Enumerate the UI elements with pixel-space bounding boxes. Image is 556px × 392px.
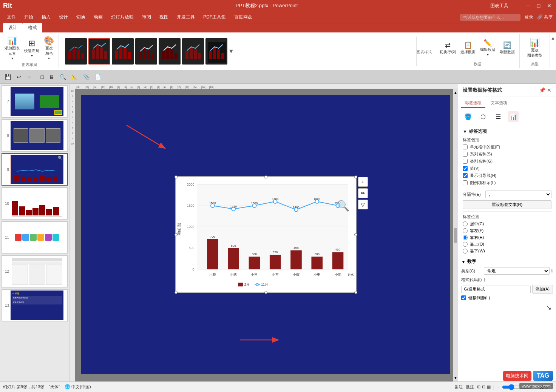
checkbox-legend-key[interactable] (463, 180, 468, 185)
chart-container[interactable]: + ✏ ▽ 2000 (175, 176, 357, 293)
menu-pdf[interactable]: PDF工具集 (199, 12, 230, 22)
radio-right[interactable] (463, 235, 468, 240)
view-normal-button[interactable]: ⊞ (477, 384, 480, 389)
comments-button[interactable]: 批注 (466, 384, 474, 390)
checkbox-cell-value[interactable] (463, 145, 468, 149)
save-button[interactable]: 💾 (3, 73, 13, 81)
share-button[interactable]: 🔗 共享 (537, 14, 553, 20)
handle-bottom-right[interactable] (354, 291, 357, 294)
menu-file[interactable]: 文件 (3, 12, 20, 22)
format-code-input[interactable] (461, 286, 531, 293)
chart-style-4[interactable] (135, 38, 157, 65)
close-button[interactable]: ✕ (545, 3, 553, 9)
checkbox-category-name[interactable] (463, 159, 468, 164)
menu-review[interactable]: 审阅 (138, 12, 155, 22)
scroll-down-arrow[interactable]: ▼ (227, 47, 235, 55)
slide-thumb-13[interactable]: 13 ✦ 标题 文本内容文本内容 更多文字内容 (2, 289, 68, 321)
maximize-button[interactable]: □ (535, 3, 542, 9)
menu-animations[interactable]: 动画 (90, 12, 107, 22)
menu-view[interactable]: 视图 (156, 12, 172, 22)
view-fit-button[interactable]: ⊡ (482, 384, 485, 389)
edit-data-button[interactable]: ✏️ 编辑数据▾ (479, 38, 497, 58)
minimize-button[interactable]: ─ (524, 3, 532, 9)
zoom-out-button[interactable]: － (496, 384, 500, 390)
switch-row-col-button[interactable]: ⇄ 切换行/列 (438, 41, 457, 56)
handle-middle-right[interactable] (354, 233, 357, 236)
radio-left[interactable] (463, 228, 468, 233)
menu-home[interactable]: 开始 (20, 12, 37, 22)
info-icon[interactable]: ℹ (551, 268, 553, 274)
vertical-scrollbar[interactable]: ▲ ▼ (453, 89, 458, 381)
separator-select[interactable]: , ; (485, 191, 551, 198)
change-colors-button[interactable]: 🎨 更改颜色 ▾ (42, 35, 56, 61)
quick-layout-button[interactable]: ⊞ 快速布局 ▾ (23, 38, 41, 59)
zoom-button[interactable]: 🔍 (58, 73, 68, 81)
chart-style-7[interactable] (205, 38, 227, 65)
handle-top-middle[interactable] (264, 175, 267, 178)
login-button[interactable]: 登录 (524, 14, 533, 20)
chart-icon-button[interactable]: 📊 (508, 111, 519, 122)
radio-bottom[interactable] (463, 249, 468, 254)
chart-filter-button[interactable]: ▽ (358, 200, 368, 209)
refresh-data-button[interactable]: 🔄 刷新数据 (498, 41, 516, 56)
notes-button[interactable]: 备注 (454, 384, 463, 390)
chart-style-5[interactable] (159, 38, 181, 65)
size-icon-button[interactable]: ☰ (493, 111, 503, 122)
checkbox-show-leader[interactable] (463, 173, 468, 178)
tab-text-options[interactable]: 文本选项 (487, 98, 511, 108)
view-slide-button[interactable]: ▦ (487, 384, 491, 389)
category-select[interactable]: 常规 数字 货币 百分比 (484, 267, 550, 275)
chart-style-1[interactable] (65, 38, 87, 65)
label-options-header[interactable]: ▼ 标签选项 (463, 128, 551, 135)
handle-top-right[interactable] (354, 175, 357, 178)
chart-style-2[interactable] (88, 38, 110, 65)
number-header[interactable]: ▼ 数字 (461, 258, 553, 265)
view-button[interactable]: □ (39, 73, 46, 81)
checkbox-series-name[interactable] (463, 152, 468, 157)
reset-label-button[interactable]: 重设标签文本(R) (463, 200, 551, 209)
add-format-button[interactable]: 添加(A) (532, 285, 553, 294)
radio-center[interactable] (463, 221, 468, 226)
redo-button[interactable]: ↪ (25, 73, 33, 81)
chart-style-3[interactable] (112, 38, 134, 65)
select-data-button[interactable]: 📋 选择数据 (459, 41, 477, 56)
slide-thumb-8[interactable]: 8 (2, 119, 68, 152)
chart-style-6[interactable] (182, 38, 204, 65)
menu-slideshow[interactable]: 幻灯片放映 (107, 12, 137, 22)
menu-baidu[interactable]: 百度网盘 (230, 12, 256, 22)
tab-design[interactable]: 设计 (3, 23, 23, 32)
menu-transitions[interactable]: 切换 (73, 12, 89, 22)
effects-icon-button[interactable]: ⬡ (478, 111, 488, 122)
slide-thumb-12[interactable]: 12 (2, 255, 68, 287)
ribbon-collapse-button[interactable]: ▲ (551, 35, 555, 41)
chart-add-element-button[interactable]: + (358, 177, 368, 187)
handle-bottom-middle[interactable] (264, 291, 267, 294)
handle-bottom-left[interactable] (175, 291, 178, 294)
fill-icon-button[interactable]: 🪣 (463, 111, 473, 122)
undo-button[interactable]: ↩ (15, 73, 23, 81)
window-controls[interactable]: ─ □ ✕ (524, 3, 553, 9)
checkbox-value[interactable] (463, 166, 468, 171)
doc-button[interactable]: 📄 (93, 73, 103, 81)
slide-thumb-11[interactable]: 11 (2, 221, 68, 254)
ruler-button[interactable]: 📐 (70, 73, 80, 81)
handle-middle-left[interactable] (175, 233, 178, 236)
screen-button[interactable]: 🖥 (47, 73, 56, 81)
search-input[interactable] (460, 14, 520, 21)
radio-top[interactable] (463, 242, 468, 247)
add-chart-element-button[interactable]: 📊 添加图表元素 ▾ (3, 35, 21, 61)
tab-format[interactable]: 格式 (23, 23, 42, 32)
handle-top-left[interactable] (175, 175, 178, 178)
link-source-checkbox[interactable] (461, 295, 466, 300)
slide-thumb-9[interactable]: 9 🔍 (2, 153, 68, 186)
tab-label-options[interactable]: 标签选项 (461, 98, 485, 108)
scroll-up-button[interactable]: ▲ (454, 91, 457, 95)
slide-thumb-7[interactable]: 7 (2, 85, 68, 118)
menu-developer[interactable]: 开发工具 (173, 12, 199, 22)
panel-close-button[interactable]: ✕ (547, 87, 551, 93)
menu-design[interactable]: 设计 (55, 12, 72, 22)
chart-style-button[interactable]: ✏ (358, 188, 368, 198)
menu-insert[interactable]: 插入 (38, 12, 54, 22)
clip-button[interactable]: 📎 (81, 73, 91, 81)
change-chart-type-button[interactable]: 📊 更改图表类型 (526, 37, 544, 59)
